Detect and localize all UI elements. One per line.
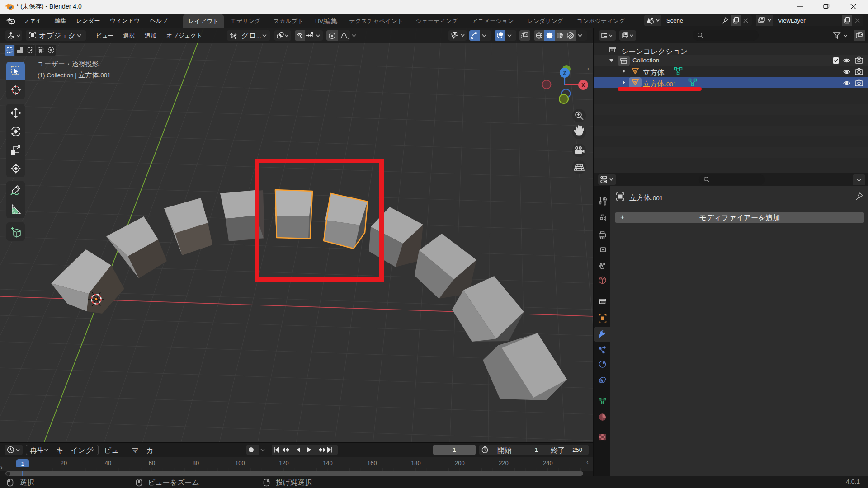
svg-text:Z: Z xyxy=(563,70,566,76)
svg-text:X: X xyxy=(581,82,585,89)
